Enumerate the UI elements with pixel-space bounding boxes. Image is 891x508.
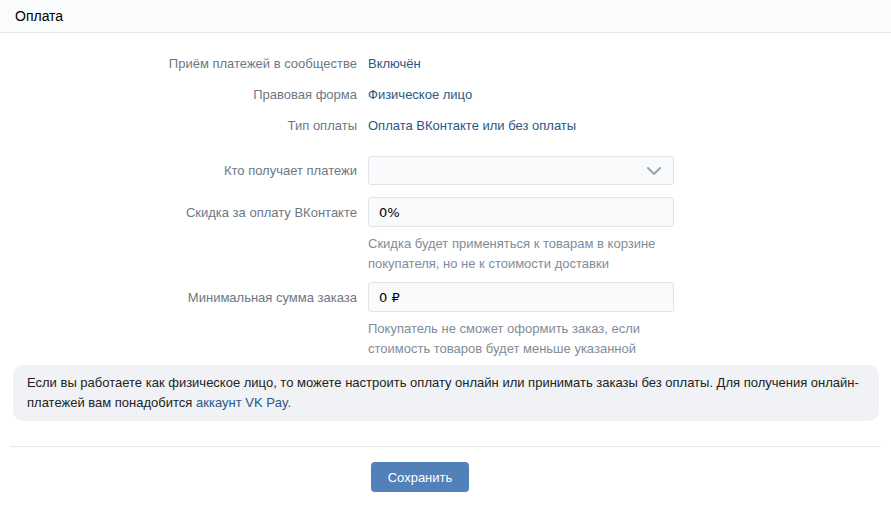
form-row-vk-discount: Скидка за оплату ВКонтакте Скидка будет … [0,197,891,274]
legal-form-value-link[interactable]: Физическое лицо [368,87,472,102]
page-title: Оплата [15,8,63,24]
form-row-payment-recipient: Кто получает платежи [0,156,891,185]
min-order-sum-label: Минимальная сумма заказа [0,290,357,305]
payment-recipient-label: Кто получает платежи [0,163,357,178]
save-button[interactable]: Сохранить [371,462,470,492]
payment-type-label: Тип оплаты [0,118,357,133]
min-order-sum-hint: Покупатель не сможет оформить заказ, есл… [368,319,674,359]
info-box: Если вы работаете как физическое лицо, т… [13,365,879,421]
legal-form-label: Правовая форма [0,87,357,102]
form-row-payment-type: Тип оплаты Оплата ВКонтакте или без опла… [0,110,891,141]
footer: Сохранить [0,462,840,492]
payments-acceptance-label: Приём платежей в сообществе [0,56,357,71]
payment-settings-form: Приём платежей в сообществе Включён Прав… [0,33,891,359]
vk-discount-label: Скидка за оплату ВКонтакте [0,205,357,220]
form-row-legal-form: Правовая форма Физическое лицо [0,79,891,110]
vk-pay-account-link[interactable]: аккаунт VK Pay. [196,395,291,410]
form-row-min-order-sum: Минимальная сумма заказа Покупатель не с… [0,282,891,359]
payment-type-value-link[interactable]: Оплата ВКонтакте или без оплаты [368,118,576,133]
vk-discount-input[interactable] [368,197,674,227]
footer-divider [10,446,881,447]
chevron-down-icon [647,166,661,175]
form-row-payments-acceptance: Приём платежей в сообществе Включён [0,48,891,79]
page-header: Оплата [0,0,891,33]
payments-acceptance-value-link[interactable]: Включён [368,56,421,71]
vk-discount-hint: Скидка будет применяться к товарам в кор… [368,234,674,274]
info-box-text: Если вы работаете как физическое лицо, т… [27,375,859,410]
payment-recipient-select[interactable] [368,156,674,185]
min-order-sum-input[interactable] [368,282,674,312]
